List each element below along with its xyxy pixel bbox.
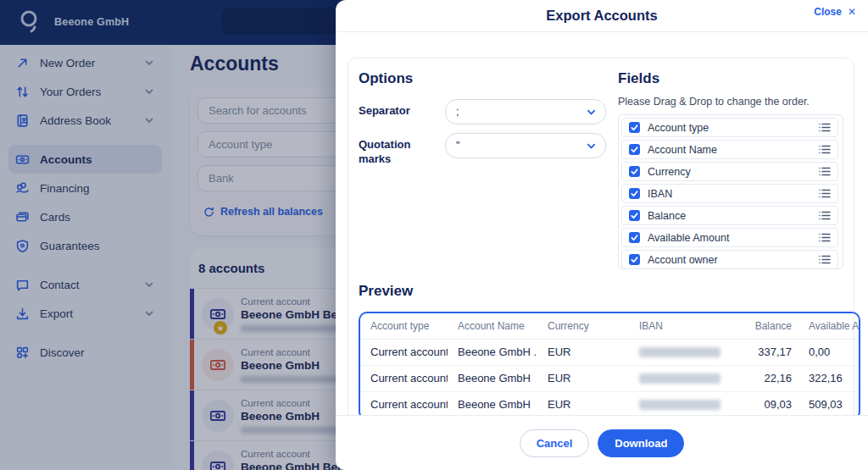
preview-column-header: Balance (724, 313, 798, 339)
preview-cell-currency: EUR (537, 339, 629, 365)
chevron-down-icon (586, 141, 597, 152)
preview-cell-available: 322,16 (798, 365, 860, 391)
options-section: Options Separator ; Quotation mark (359, 69, 606, 269)
modal-body: Options Separator ; Quotation mark (336, 32, 868, 415)
fields-list: Account typeAccount NameCurrencyIBANBala… (618, 114, 843, 269)
modal-title: Export Accounts (336, 8, 868, 24)
close-button[interactable]: Close ✕ (814, 6, 856, 18)
preview-cell-name: Beeone GmbH ... (448, 339, 537, 365)
preview-cell-balance: 337,17 (724, 339, 798, 365)
preview-cell-balance: 09,03 (724, 391, 798, 415)
drag-handle-icon[interactable] (819, 167, 831, 176)
preview-column-header: Available Amount (798, 313, 860, 339)
field-row-balance[interactable]: Balance (621, 206, 838, 225)
field-label: IBAN (648, 188, 819, 200)
preview-cell-type: Current account (360, 365, 448, 391)
cancel-label: Cancel (537, 437, 573, 450)
preview-cell-iban (629, 365, 724, 391)
preview-column-header: Currency (537, 313, 629, 339)
preview-table-wrap: Account typeAccount NameCurrencyIBANBala… (359, 312, 860, 415)
fields-section: Fields Please Drag & Drop to change the … (618, 69, 843, 269)
options-heading: Options (359, 70, 606, 87)
field-row-currency[interactable]: Currency (621, 162, 838, 181)
preview-row: Current accountBeeone GmbHEUR09,03509,03 (360, 391, 860, 415)
drag-handle-icon[interactable] (819, 233, 831, 242)
drag-handle-icon[interactable] (819, 189, 831, 198)
field-row-account-name[interactable]: Account Name (621, 140, 838, 159)
field-checkbox[interactable] (629, 122, 640, 133)
field-checkbox[interactable] (629, 188, 640, 199)
download-button[interactable]: Download (598, 429, 684, 457)
field-row-iban[interactable]: IBAN (621, 184, 838, 203)
fields-heading: Fields (618, 70, 843, 87)
field-label: Balance (648, 210, 819, 222)
preview-row: Current accountBeeone GmbHEUR22,16322,16 (360, 365, 860, 391)
preview-heading: Preview (359, 283, 843, 300)
modal-header: Export Accounts Close ✕ (336, 0, 868, 32)
field-checkbox[interactable] (629, 144, 640, 155)
field-label: Currency (648, 166, 819, 178)
quotation-marks-label: Quotation marks (359, 133, 440, 167)
separator-label: Separator (359, 99, 440, 124)
drag-handle-icon[interactable] (819, 211, 831, 220)
modal-footer: Cancel Download (336, 415, 868, 470)
preview-cell-currency: EUR (537, 365, 629, 391)
export-settings-card: Options Separator ; Quotation mark (348, 58, 854, 415)
chevron-down-icon (586, 107, 597, 118)
field-label: Account Name (648, 144, 819, 156)
preview-table: Account typeAccount NameCurrencyIBANBala… (360, 313, 860, 415)
field-checkbox[interactable] (629, 166, 640, 177)
preview-column-header: IBAN (629, 313, 724, 339)
fields-hint: Please Drag & Drop to change the order. (618, 96, 843, 108)
page: Beeone GmbH New OrderYour OrdersAddress … (0, 0, 868, 470)
preview-cell-type: Current account (360, 391, 448, 415)
download-label: Download (615, 437, 667, 450)
field-row-available-amount[interactable]: Available Amount (621, 228, 838, 247)
iban-redacted (639, 373, 721, 384)
quotation-marks-value: " (456, 140, 459, 152)
preview-cell-iban (629, 391, 724, 415)
drag-handle-icon[interactable] (819, 255, 831, 264)
preview-cell-name: Beeone GmbH (448, 365, 537, 391)
separator-select[interactable]: ; (445, 99, 606, 124)
iban-redacted (639, 400, 721, 410)
field-checkbox[interactable] (629, 232, 640, 243)
field-label: Account type (648, 122, 819, 134)
preview-cell-available: 0,00 (798, 339, 860, 365)
close-icon: ✕ (848, 6, 856, 18)
field-row-account-owner[interactable]: Account owner (621, 250, 838, 269)
field-row-account-type[interactable]: Account type (621, 118, 838, 137)
preview-cell-iban (629, 339, 724, 365)
preview-cell-currency: EUR (537, 391, 629, 415)
preview-column-header: Account type (360, 313, 448, 339)
field-checkbox[interactable] (629, 210, 640, 221)
export-accounts-modal: Export Accounts Close ✕ Options Separato… (336, 0, 868, 470)
preview-column-header: Account Name (448, 313, 537, 339)
preview-row: Current accountBeeone GmbH ...EUR337,170… (360, 339, 860, 365)
drag-handle-icon[interactable] (819, 123, 831, 132)
preview-cell-type: Current account (360, 339, 448, 365)
preview-cell-name: Beeone GmbH (448, 391, 537, 415)
close-label: Close (814, 6, 842, 18)
field-label: Available Amount (648, 232, 819, 244)
drag-handle-icon[interactable] (819, 145, 831, 154)
separator-value: ; (456, 106, 459, 118)
quotation-marks-select[interactable]: " (445, 133, 606, 158)
field-label: Account owner (648, 254, 819, 266)
field-checkbox[interactable] (629, 254, 640, 265)
preview-cell-available: 509,03 (798, 391, 860, 415)
cancel-button[interactable]: Cancel (520, 429, 590, 457)
iban-redacted (639, 347, 721, 357)
preview-cell-balance: 22,16 (724, 365, 798, 391)
